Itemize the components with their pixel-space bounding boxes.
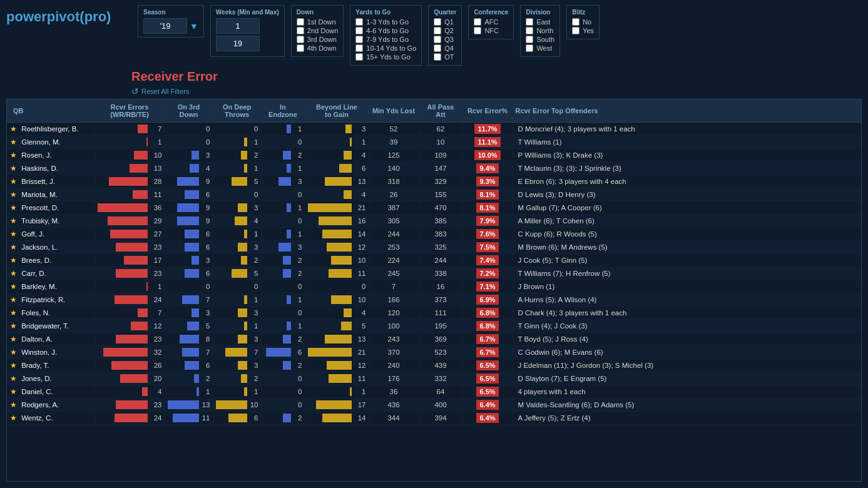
col-min-yds[interactable]: Min Yds Lost [369, 99, 419, 123]
quarter-q1[interactable]: Q1 [434, 18, 456, 26]
yards-1-3[interactable]: 1-3 Yds to Go [355, 18, 416, 26]
season-filter: Season '19 ▼ [138, 5, 204, 38]
col-on-3rd[interactable]: On 3rdDown [165, 99, 213, 123]
conference-afc[interactable]: AFC [474, 18, 508, 26]
conference-nfc[interactable]: NFC [474, 27, 508, 34]
yards-10-14[interactable]: 10-14 Yds to Go [355, 44, 416, 52]
yards-to-go-filter: Yards to Go 1-3 Yds to Go 4-6 Yds to Go … [350, 5, 422, 66]
error-pct-badge: 6.8% [476, 321, 498, 331]
cell-all-pass: 385 [419, 215, 462, 228]
cell-top-offenders: M Valdes-Scantling (6); D Adams (5) [513, 399, 861, 412]
cell-error-pct: 9.3% [462, 175, 513, 188]
weeks-max-input[interactable] [216, 36, 260, 51]
cell-rcvr: 10 [94, 149, 165, 162]
star-icon: ★ [10, 295, 17, 304]
app-logo: powerpivot(pro) [6, 9, 126, 25]
cell-all-pass: 338 [419, 267, 462, 280]
cell-error-pct: 6.4% [462, 412, 513, 425]
division-west[interactable]: West [526, 44, 554, 52]
quarter-q3[interactable]: Q3 [434, 36, 456, 43]
col-rcvr-errors[interactable]: Rcvr Errors(WR/RB/TE) [94, 99, 165, 123]
cell-beyond: 16 [305, 215, 369, 228]
cell-beyond: 4 [305, 188, 369, 201]
error-pct-badge: 9.3% [476, 176, 498, 186]
cell-deep: 3 [213, 241, 261, 254]
cell-rcvr: 4 [94, 385, 165, 399]
cell-all-pass: 325 [419, 241, 462, 254]
cell-error-pct: 6.9% [462, 293, 513, 307]
cell-endzone: 1 [261, 293, 305, 307]
yards-to-go-label: Yards to Go [355, 9, 416, 16]
player-name: Goff, J. [21, 230, 44, 238]
error-pct-badge: 9.4% [476, 163, 498, 173]
cell-name: ★ Brady, T. [7, 359, 94, 372]
col-top-offenders[interactable]: Rcvr Error Top Offenders [513, 99, 861, 123]
division-east[interactable]: East [526, 18, 554, 26]
cell-error-pct: 8.1% [462, 188, 513, 201]
division-north[interactable]: North [526, 27, 554, 34]
error-pct-badge: 6.9% [476, 295, 498, 305]
table-row: ★ Brissett, J. 28 9 5 3 [7, 175, 861, 188]
cell-beyond: 10 [305, 254, 369, 267]
cell-all-pass: 394 [419, 412, 462, 425]
col-qb[interactable]: QB [7, 99, 94, 123]
cell-min-yds: 39 [369, 136, 419, 149]
star-icon: ★ [10, 216, 17, 225]
cell-endzone: 1 [261, 320, 305, 333]
division-south[interactable]: South [526, 36, 554, 43]
yards-4-6[interactable]: 4-6 Yds to Go [355, 27, 416, 34]
cell-beyond: 14 [305, 412, 369, 425]
cell-all-pass: 523 [419, 346, 462, 359]
col-beyond-line[interactable]: Beyond Lineto Gain [305, 99, 369, 123]
season-value[interactable]: '19 [143, 18, 187, 34]
down-4th[interactable]: 4th Down [297, 44, 339, 52]
col-deep-throws[interactable]: On DeepThrows [213, 99, 261, 123]
cell-error-pct: 7.4% [462, 254, 513, 267]
cell-top-offenders: J Edelman (11); J Gordon (3); S Michel (… [513, 359, 861, 372]
error-pct-badge: 6.4% [476, 413, 498, 423]
cell-3rd: 11 [165, 412, 213, 425]
quarter-q2[interactable]: Q2 [434, 27, 456, 34]
cell-deep: 1 [213, 385, 261, 399]
cell-deep: 1 [213, 320, 261, 333]
reset-filters-button[interactable]: ↺ Reset All Filters [131, 86, 862, 96]
player-name: Glennon, M. [21, 138, 61, 146]
cell-error-pct: 8.1% [462, 201, 513, 215]
player-name: Wentz, C. [21, 414, 53, 422]
cell-top-offenders: P Williams (3); K Drake (3) [513, 149, 861, 162]
cell-deep: 2 [213, 372, 261, 385]
cell-min-yds: 436 [369, 399, 419, 412]
cell-deep: 5 [213, 175, 261, 188]
col-error-pct[interactable]: Rcvr Error% [462, 99, 513, 123]
down-3rd[interactable]: 3rd Down [297, 36, 339, 43]
star-icon: ★ [10, 335, 17, 343]
star-icon: ★ [10, 138, 17, 146]
blitz-no[interactable]: No [572, 18, 594, 26]
cell-min-yds: 253 [369, 241, 419, 254]
cell-top-offenders: M Gallup (7); A Cooper (6) [513, 201, 861, 215]
cell-beyond: 13 [305, 333, 369, 346]
season-dropdown-arrow[interactable]: ▼ [190, 21, 198, 31]
table-row: ★ Prescott, D. 36 9 3 1 [7, 201, 861, 215]
data-table-container[interactable]: QB Rcvr Errors(WR/RB/TE) On 3rdDown On D… [6, 99, 862, 482]
quarter-ot[interactable]: OT [434, 53, 456, 61]
cell-endzone: 2 [261, 149, 305, 162]
cell-beyond: 11 [305, 267, 369, 280]
cell-endzone: 0 [261, 307, 305, 320]
col-endzone[interactable]: InEndzone [261, 99, 305, 123]
col-all-pass[interactable]: All PassAtt [419, 99, 462, 123]
yards-15plus[interactable]: 15+ Yds to Go [355, 53, 416, 61]
yards-7-9[interactable]: 7-9 Yds to Go [355, 36, 416, 43]
blitz-yes[interactable]: Yes [572, 27, 594, 34]
cell-3rd: 6 [165, 267, 213, 280]
quarter-q4[interactable]: Q4 [434, 44, 456, 52]
cell-beyond: 21 [305, 201, 369, 215]
weeks-min-input[interactable] [216, 18, 260, 34]
down-2nd[interactable]: 2nd Down [297, 27, 339, 34]
cell-all-pass: 439 [419, 359, 462, 372]
star-icon: ★ [10, 256, 17, 265]
cell-all-pass: 147 [419, 162, 462, 175]
cell-3rd: 8 [165, 333, 213, 346]
cell-rcvr: 26 [94, 359, 165, 372]
down-1st[interactable]: 1st Down [297, 18, 339, 26]
